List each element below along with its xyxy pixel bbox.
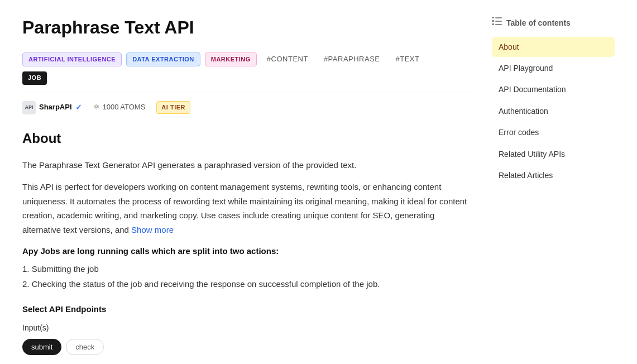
provider-name: SharpAPI: [39, 102, 72, 113]
main-content: Paraphrase Text API ARTIFICIAL INTELLIGE…: [22, 13, 470, 364]
toc-item-authentication[interactable]: Authentication: [492, 101, 615, 121]
toc-header: Table of contents: [492, 16, 615, 30]
toc-icon: [492, 16, 502, 30]
atoms-icon: ⚛: [93, 102, 100, 113]
provider-badge: API SharpAPI ✓: [22, 101, 82, 114]
toc-item-api-playground[interactable]: API Playground: [492, 58, 615, 78]
provider-icon: API: [22, 101, 36, 114]
about-section: About The Paraphrase Text Generator API …: [22, 128, 470, 355]
show-more-link[interactable]: Show more: [131, 225, 174, 234]
select-api-section: Select API Endpoints Input(s) submit che…: [22, 303, 470, 355]
toc-link-related-utility-apis[interactable]: Related Utility APIs: [492, 144, 615, 164]
table-of-contents-sidebar: Table of contents About API Playground A…: [492, 13, 615, 364]
toc-item-api-documentation[interactable]: API Documentation: [492, 79, 615, 99]
toc-item-about[interactable]: About: [492, 37, 615, 57]
divider: [22, 93, 470, 93]
tag-job[interactable]: JOB: [22, 71, 47, 85]
apy-jobs-item-2: 2. Checking the status of the job and re…: [22, 276, 470, 291]
toc-link-api-playground[interactable]: API Playground: [492, 58, 615, 78]
verified-icon: ✓: [75, 101, 82, 113]
check-button[interactable]: check: [66, 339, 104, 355]
about-paragraph-2: This API is perfect for developers worki…: [22, 180, 470, 237]
toc-link-error-codes[interactable]: Error codes: [492, 122, 615, 142]
tag-hash-text[interactable]: #TEXT: [390, 52, 425, 67]
apy-jobs-list: 1. Submitting the job 2. Checking the st…: [22, 261, 470, 291]
endpoint-buttons: submit check: [22, 339, 470, 355]
tag-hash-paraphrase[interactable]: #PARAPHRASE: [318, 52, 386, 67]
svg-rect-3: [495, 17, 502, 18]
tags-row: ARTIFICIAL INTELLIGENCE DATA EXTRACTION …: [22, 52, 470, 67]
meta-row: API SharpAPI ✓ ⚛ 1000 ATOMS AI TIER: [22, 101, 470, 114]
toc-item-related-utility-apis[interactable]: Related Utility APIs: [492, 144, 615, 164]
select-api-label: Select API Endpoints: [22, 303, 470, 316]
ai-tier-badge: AI TIER: [156, 101, 190, 114]
toc-link-api-documentation[interactable]: API Documentation: [492, 79, 615, 99]
toc-title: Table of contents: [506, 17, 571, 29]
apy-jobs-item-1: 1. Submitting the job: [22, 261, 470, 276]
type-tags-row: JOB: [22, 71, 470, 85]
toc-list: About API Playground API Documentation A…: [492, 37, 615, 186]
toc-link-related-articles[interactable]: Related Articles: [492, 165, 615, 185]
svg-rect-1: [492, 20, 494, 22]
toc-item-related-articles[interactable]: Related Articles: [492, 165, 615, 185]
apy-jobs-title: Apy Jobs are long running calls which ar…: [22, 245, 470, 258]
toc-item-error-codes[interactable]: Error codes: [492, 122, 615, 142]
inputs-label: Input(s): [22, 322, 470, 334]
svg-rect-4: [495, 21, 502, 22]
toc-link-authentication[interactable]: Authentication: [492, 101, 615, 121]
tag-marketing[interactable]: MARKETING: [205, 52, 257, 67]
toc-link-about[interactable]: About: [492, 37, 615, 57]
submit-button[interactable]: submit: [22, 339, 61, 355]
page-title: Paraphrase Text API: [22, 13, 470, 42]
tag-artificial-intelligence[interactable]: ARTIFICIAL INTELLIGENCE: [22, 52, 122, 67]
svg-rect-0: [492, 17, 494, 18]
atoms-badge: ⚛ 1000 ATOMS: [93, 102, 146, 113]
tag-hash-content[interactable]: #CONTENT: [261, 52, 314, 67]
svg-rect-5: [495, 24, 502, 25]
tag-data-extraction[interactable]: DATA EXTRACTION: [126, 52, 200, 67]
atoms-count: 1000 ATOMS: [103, 102, 146, 113]
svg-rect-2: [492, 23, 494, 25]
about-paragraph-1: The Paraphrase Text Generator API genera…: [22, 158, 470, 173]
about-title: About: [22, 128, 470, 149]
